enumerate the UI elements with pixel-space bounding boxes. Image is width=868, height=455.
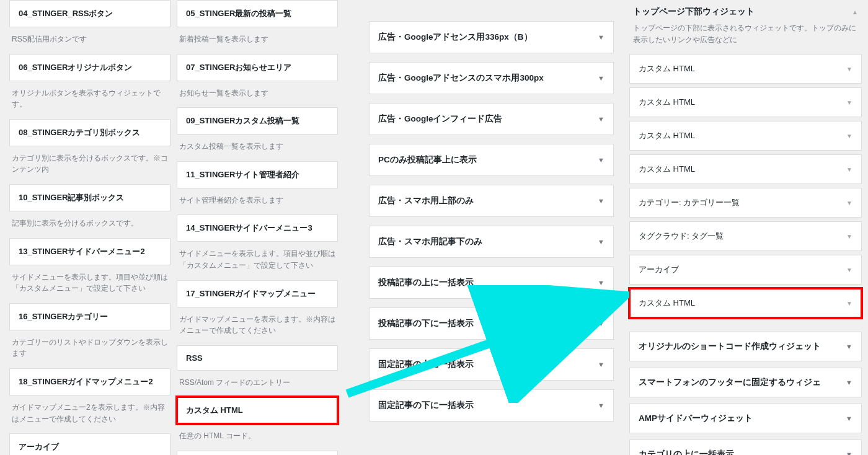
caret-down-icon: ▼ (598, 156, 604, 164)
placed-widget[interactable]: カスタム HTML▼ (629, 288, 862, 318)
available-widget-title[interactable]: 08_STINGERカテゴリ別ボックス (9, 119, 170, 146)
available-widget-title[interactable]: 10_STINGER記事別ボックス (9, 184, 170, 211)
available-widget: 07_STINGERお知らせエリアお知らせ一覧を表示します (177, 54, 338, 102)
caret-down-icon: ▼ (846, 379, 852, 386)
widget-area-collapsed[interactable]: 広告・Googleインフィード広告▼ (369, 103, 614, 135)
available-widget-title[interactable]: カスタム HTML (177, 397, 338, 424)
available-widget-desc: RSS配信用ボタンです (9, 27, 170, 48)
available-col-a: 04_STINGER_RSSボタンRSS配信用ボタンです06_STINGERオリ… (9, 0, 170, 455)
widget-area-label: 投稿記事の下に一括表示 (378, 318, 474, 329)
widget-area-collapsed[interactable]: オリジナルのショートコード作成ウィジェット▼ (629, 332, 862, 361)
caret-down-icon: ▼ (598, 115, 604, 123)
available-widget-title[interactable]: 04_STINGER_RSSボタン (9, 0, 170, 27)
available-widget-title[interactable]: 14_STINGERサイドバーメニュー3 (177, 214, 338, 242)
available-widget-title[interactable]: 16_STINGERカテゴリー (9, 303, 170, 330)
widget-area-label: 投稿記事の上に一括表示 (378, 277, 474, 288)
widget-area-label: AMPサイドバーウィジェット (639, 413, 753, 424)
available-widget: 11_STINGERサイト管理者紹介サイト管理者紹介を表示します (177, 161, 338, 209)
caret-down-icon: ▼ (598, 197, 604, 205)
available-widget-title[interactable]: 07_STINGERお知らせエリア (177, 54, 338, 81)
available-widget-title[interactable]: 18_STINGERガイドマップメニュー2 (9, 368, 170, 395)
placed-widget[interactable]: カスタム HTML▼ (629, 87, 862, 117)
available-widget: RSSRSS/Atom フィードのエントリー (177, 345, 338, 391)
widget-area-list: 広告・Googleアドセンス用336px（B）▼広告・Googleアドセンスのス… (369, 0, 614, 455)
caret-down-icon: ▼ (846, 300, 852, 307)
area-title: トップページ下部ウィジェット (633, 6, 755, 17)
placed-widget[interactable]: タグクラウド: タグ一覧▼ (629, 221, 862, 251)
available-widget-desc: サイト管理者紹介を表示します (177, 188, 338, 209)
widget-area-collapsed[interactable]: 広告・Googleアドセンス用336px（B）▼ (369, 21, 614, 53)
available-widget: 08_STINGERカテゴリ別ボックスカテゴリ別に表示を分けるボックスです。※コ… (9, 119, 170, 178)
widget-area-collapsed[interactable]: 固定記事の下に一括表示▼ (369, 389, 614, 422)
available-widget: 06_STINGERオリジナルボタンオリジナルボタンを表示するウィジェットです。 (9, 54, 170, 113)
placed-widget-label: カスタム HTML (639, 63, 695, 74)
available-widget: カスタム HTML任意の HTML コード。 (177, 397, 338, 444)
caret-down-icon: ▼ (846, 267, 852, 273)
caret-down-icon: ▼ (598, 402, 604, 409)
available-widget-title[interactable]: 05_STINGER最新の投稿一覧 (177, 0, 338, 27)
placed-widget-label: カスタム HTML (639, 97, 695, 108)
available-widget-desc: お知らせ一覧を表示します (177, 81, 338, 102)
area-header[interactable]: トップページ下部ウィジェット ▲ (629, 0, 862, 20)
widget-area-label: 広告・Googleアドセンス用336px（B） (378, 32, 533, 43)
widget-area-collapsed[interactable]: AMPサイドバーウィジェット▼ (629, 404, 862, 433)
widget-area-collapsed[interactable]: 固定記事の上に一括表示▼ (369, 348, 614, 381)
available-widget: 14_STINGERサイドバーメニュー3サイドメニューを表示します。項目や並び順… (177, 214, 338, 273)
available-widget-desc: 記事別に表示を分けるボックスです。 (9, 211, 170, 232)
available-widget: カレンダー (177, 451, 338, 455)
widget-area-label: 固定記事の下に一括表示 (378, 400, 474, 411)
available-widget-desc: サイドメニューを表示します。項目や並び順は「カスタムメニュー」で設定して下さい (9, 265, 170, 297)
available-widget-desc: ガイドマップメニュー2を表示します。※内容はメニューで作成してください (9, 395, 170, 427)
available-col-b: 05_STINGER最新の投稿一覧新着投稿一覧を表示します07_STINGERお… (177, 0, 338, 455)
widget-area-collapsed[interactable]: カテゴリの上に一括表示▼ (629, 440, 862, 455)
widget-area-label: スマートフォンのフッターに固定するウィジェ (639, 377, 821, 388)
available-widget-desc: オリジナルボタンを表示するウィジェットです。 (9, 81, 170, 113)
placed-widget[interactable]: カテゴリー: カテゴリー一覧▼ (629, 188, 862, 218)
widget-area-collapsed[interactable]: 広告・スマホ用上部のみ▼ (369, 185, 614, 217)
caret-down-icon: ▼ (846, 200, 852, 206)
caret-down-icon: ▼ (598, 279, 604, 286)
available-widget: 09_STINGERカスタム投稿一覧カスタム投稿一覧を表示します (177, 107, 338, 155)
available-widget-title[interactable]: アーカイブ (9, 433, 170, 455)
available-widget-title[interactable]: RSS (177, 345, 338, 371)
placed-widget[interactable]: カスタム HTML▼ (629, 154, 862, 184)
widget-area-collapsed[interactable]: 投稿記事の下に一括表示▼ (369, 307, 614, 340)
widget-area-label: PCのみ投稿記事上に表示 (378, 154, 477, 166)
widget-area-label: 固定記事の上に一括表示 (378, 359, 474, 370)
available-widget: 13_STINGERサイドバーメニュー2サイドメニューを表示します。項目や並び順… (9, 238, 170, 297)
available-widget-desc: 新着投稿一覧を表示します (177, 27, 338, 48)
placed-widget[interactable]: アーカイブ▼ (629, 255, 862, 285)
available-widget-desc: サイドメニューを表示します。項目や並び順は「カスタムメニュー」で設定して下さい (177, 242, 338, 273)
placed-widget-label: カテゴリー: カテゴリー一覧 (639, 197, 740, 208)
caret-up-icon: ▲ (852, 9, 858, 15)
available-widget-desc: ガイドマップメニューを表示します。※内容はメニューで作成してください (177, 307, 338, 339)
available-widget-title[interactable]: 06_STINGERオリジナルボタン (9, 54, 170, 81)
caret-down-icon: ▼ (598, 74, 604, 82)
available-widget-desc: カテゴリ別に表示を分けるボックスです。※コンテンツ内 (9, 146, 170, 178)
placed-widget[interactable]: カスタム HTML▼ (629, 54, 862, 84)
caret-down-icon: ▼ (846, 166, 852, 173)
widget-area-collapsed[interactable]: PCのみ投稿記事上に表示▼ (369, 144, 614, 176)
placed-widget-label: カスタム HTML (639, 298, 695, 309)
available-widget-title[interactable]: 13_STINGERサイドバーメニュー2 (9, 238, 170, 265)
widget-area-collapsed[interactable]: 広告・スマホ用記事下のみ▼ (369, 226, 614, 258)
available-widget: 17_STINGERガイドマップメニューガイドマップメニューを表示します。※内容… (177, 280, 338, 339)
available-widget-title[interactable]: 09_STINGERカスタム投稿一覧 (177, 107, 338, 135)
widget-area-collapsed[interactable]: スマートフォンのフッターに固定するウィジェ▼ (629, 368, 862, 397)
widget-area-collapsed[interactable]: 投稿記事の上に一括表示▼ (369, 267, 614, 299)
caret-down-icon: ▼ (598, 33, 604, 41)
widget-area-label: 広告・スマホ用記事下のみ (378, 236, 482, 247)
available-widget-title[interactable]: 11_STINGERサイト管理者紹介 (177, 161, 338, 188)
available-widget-desc: RSS/Atom フィードのエントリー (177, 371, 338, 391)
placed-widget-label: カスタム HTML (639, 164, 695, 175)
available-widget: 18_STINGERガイドマップメニュー2ガイドマップメニュー2を表示します。※… (9, 368, 170, 427)
available-widget-desc: カスタム投稿一覧を表示します (177, 135, 338, 155)
caret-down-icon: ▼ (846, 66, 852, 73)
caret-down-icon: ▼ (846, 415, 852, 422)
placed-widget[interactable]: カスタム HTML▼ (629, 121, 862, 151)
available-widget-title[interactable]: 17_STINGERガイドマップメニュー (177, 280, 338, 307)
available-widget-title[interactable]: カレンダー (177, 451, 338, 455)
widget-area-collapsed[interactable]: 広告・Googleアドセンスのスマホ用300px▼ (369, 62, 614, 94)
placed-widget-label: カスタム HTML (639, 130, 695, 141)
caret-down-icon: ▼ (846, 451, 852, 455)
